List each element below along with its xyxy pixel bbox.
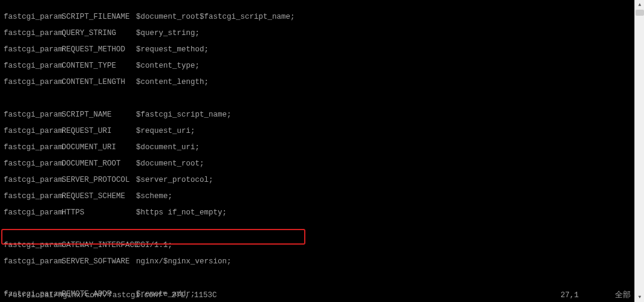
config-line: fastcgi_paramREQUEST_URI$request_uri; [4,127,631,136]
vim-status-line: "/usr/local/nginx/conf/fastcgi.conf" 27L… [4,292,631,300]
config-line: fastcgi_paramHTTPS$https if_not_empty; [4,209,631,217]
scroll-up-arrow[interactable]: ▲ [635,0,644,10]
config-line: fastcgi_paramCONTENT_LENGTH$content_leng… [4,79,631,87]
config-line: fastcgi_paramSERVER_SOFTWAREnginx/$nginx… [4,258,631,266]
status-percent: 全部 [615,292,631,300]
config-line: fastcgi_paramSCRIPT_NAME$fastcgi_script_… [4,111,631,120]
blank-line [4,95,631,103]
config-line: fastcgi_paramQUERY_STRING$query_string; [4,30,631,38]
config-line: fastcgi_paramSERVER_PROTOCOL$server_prot… [4,176,631,185]
config-line: fastcgi_paramDOCUMENT_ROOT$document_root… [4,160,631,169]
config-line: fastcgi_paramREQUEST_METHOD$request_meth… [4,46,631,54]
terminal-viewport[interactable]: fastcgi_paramSCRIPT_FILENAME$document_ro… [0,0,634,302]
vertical-scrollbar[interactable]: ▲ ▼ [634,0,644,302]
blank-line [4,225,631,234]
config-line: fastcgi_paramGATEWAY_INTERFACECGI/1.1; [4,242,631,250]
scroll-down-arrow[interactable]: ▼ [635,292,644,302]
config-line: fastcgi_paramSCRIPT_FILENAME$document_ro… [4,13,631,22]
scrollbar-thumb[interactable] [636,10,644,16]
config-line: fastcgi_paramREQUEST_SCHEME$scheme; [4,193,631,201]
config-line: fastcgi_paramCONTENT_TYPE$content_type; [4,62,631,71]
status-file-info: "/usr/local/nginx/conf/fastcgi.conf" 27L… [4,292,217,300]
status-cursor-pos: 27,1 [561,292,579,300]
config-line: fastcgi_paramDOCUMENT_URI$document_uri; [4,144,631,152]
blank-line [4,274,631,283]
